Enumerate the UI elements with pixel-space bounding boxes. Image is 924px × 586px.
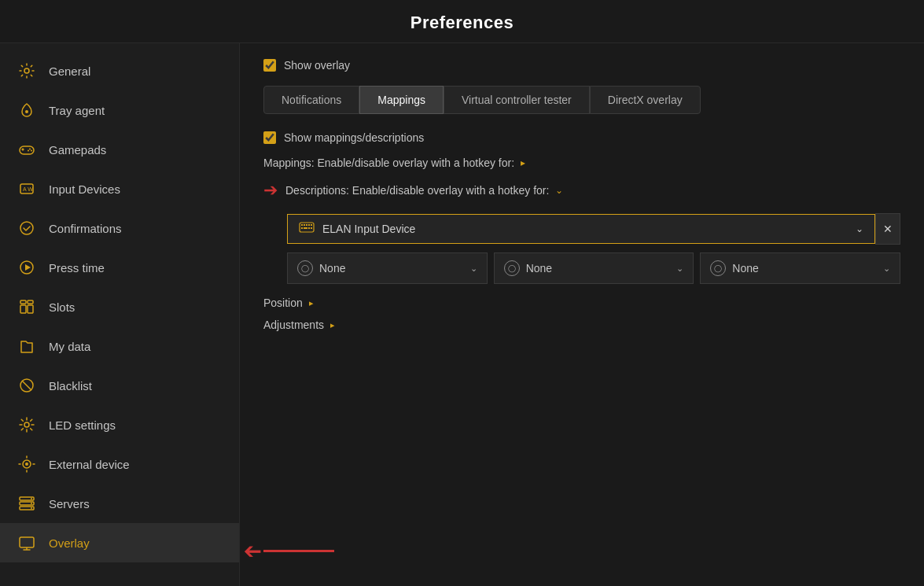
sidebar-label-led-settings: LED settings [49,418,116,432]
adjustments-row[interactable]: Adjustments ▸ [263,319,900,331]
sidebar-item-confirmations[interactable]: Confirmations [0,208,239,248]
tabs-bar: Notifications Mappings Virtual controlle… [263,86,900,114]
svg-rect-16 [28,300,33,304]
mappings-expand-row[interactable]: Mappings: Enable/disable overlay with a … [263,157,900,169]
key-dropdown-3[interactable]: ◯ None ⌄ [700,252,900,284]
svg-rect-44 [311,224,312,226]
bottom-red-arrow-icon: ➔ [244,538,262,564]
show-mappings-label[interactable]: Show mappings/descriptions [284,131,424,144]
sidebar-item-my-data[interactable]: My data [0,326,239,366]
mappings-row-text: Mappings: Enable/disable overlay with a … [263,157,514,169]
sidebar-item-general[interactable]: General [0,51,239,90]
show-mappings-row: Show mappings/descriptions [263,131,900,144]
sidebar-item-gamepads[interactable]: Gamepads [0,130,239,169]
main-layout: General Tray agent [0,43,924,586]
descriptions-chevron-down-icon: ⌄ [555,185,563,196]
device-dropdown[interactable]: ELAN Input Device ⌄ [287,214,875,244]
device-close-button[interactable]: ✕ [875,213,900,245]
key-dropdown-1[interactable]: ◯ None ⌄ [287,252,488,284]
general-icon [16,60,38,82]
svg-text:A W: A W [23,186,33,192]
sidebar-item-press-time[interactable]: Press time [0,248,239,287]
gamepads-icon [16,138,38,160]
press-time-icon [16,256,38,278]
sidebar-label-my-data: My data [49,340,90,353]
led-settings-icon [16,414,38,436]
sidebar-label-blacklist: Blacklist [49,379,92,393]
svg-point-7 [28,150,29,152]
title-bar: Preferences [0,0,924,43]
svg-rect-48 [311,227,312,229]
show-overlay-checkbox[interactable] [263,59,276,72]
svg-line-26 [31,419,32,421]
tab-notifications[interactable]: Notifications [263,86,359,114]
key-dropdowns-row: ◯ None ⌄ ◯ None ⌄ ◯ None ⌄ [287,252,900,284]
show-overlay-row: Show overlay [263,59,900,72]
svg-point-35 [31,507,32,509]
show-overlay-label[interactable]: Show overlay [284,59,350,72]
sidebar-label-input-devices: Input Devices [49,182,120,196]
overlay-icon [16,532,38,554]
svg-rect-43 [308,224,310,226]
svg-marker-12 [25,264,31,271]
descriptions-section: ➔ Descriptions: Enable/disable overlay w… [263,180,900,284]
svg-line-27 [21,429,23,430]
svg-point-34 [31,503,32,504]
key-dropdown-2[interactable]: ◯ None ⌄ [494,252,694,284]
tab-virtual-controller[interactable]: Virtual controller tester [444,86,590,114]
tab-directx[interactable]: DirectX overlay [590,86,701,114]
sidebar-item-tray-agent[interactable]: Tray agent [0,90,239,130]
position-chevron-icon: ▸ [309,298,314,308]
adjustments-chevron-icon: ▸ [330,320,335,330]
tray-agent-icon [16,99,38,121]
sidebar-label-slots: Slots [49,300,75,314]
sidebar-label-external-device: External device [49,458,130,471]
page-title: Preferences [0,13,924,33]
key-chevron-2-icon: ⌄ [676,264,683,274]
position-row[interactable]: Position ▸ [263,297,900,309]
input-devices-icon: A W [16,178,38,200]
sidebar-item-input-devices[interactable]: A W Input Devices [0,169,239,208]
sidebar-item-external-device[interactable]: External device [0,444,239,484]
svg-rect-14 [20,300,26,304]
svg-point-6 [31,150,32,152]
tab-mappings[interactable]: Mappings [359,86,444,114]
svg-point-10 [20,222,33,234]
sidebar-item-overlay[interactable]: Overlay [0,523,239,562]
key-chevron-3-icon: ⌄ [883,264,890,274]
sidebar-item-blacklist[interactable]: Blacklist [0,366,239,405]
svg-rect-36 [20,537,34,547]
sidebar-item-slots[interactable]: Slots [0,287,239,326]
key-label-1: None [319,262,464,275]
descriptions-expand-row[interactable]: ➔ Descriptions: Enable/disable overlay w… [263,180,900,201]
svg-line-18 [22,381,31,390]
key-label-3: None [732,262,877,275]
svg-point-1 [25,110,28,113]
svg-point-19 [24,422,29,427]
position-label: Position [263,297,303,309]
svg-point-0 [24,68,29,73]
svg-rect-41 [304,224,305,226]
sidebar-label-confirmations: Confirmations [49,222,122,235]
svg-rect-42 [306,224,307,226]
svg-point-5 [29,149,31,150]
confirmations-icon [16,217,38,239]
sidebar-item-servers[interactable]: Servers [0,484,239,523]
blacklist-icon [16,374,38,396]
sidebar-item-led-settings[interactable]: LED settings [0,405,239,444]
svg-point-33 [31,498,32,499]
svg-rect-46 [304,227,307,229]
device-dropdown-row: ELAN Input Device ⌄ ✕ [287,213,900,245]
sidebar-label-tray-agent: Tray agent [49,104,105,117]
device-dropdown-chevron-icon: ⌄ [856,223,863,234]
slots-icon [16,296,38,318]
servers-icon [16,492,38,514]
svg-point-29 [25,463,28,466]
content-area: Show overlay Notifications Mappings Virt… [240,43,924,586]
sidebar-label-servers: Servers [49,497,90,510]
device-name-text: ELAN Input Device [322,223,848,235]
svg-rect-13 [20,305,26,313]
key-icon-2: ◯ [504,260,520,276]
svg-rect-47 [308,227,310,229]
show-mappings-checkbox[interactable] [263,131,276,144]
